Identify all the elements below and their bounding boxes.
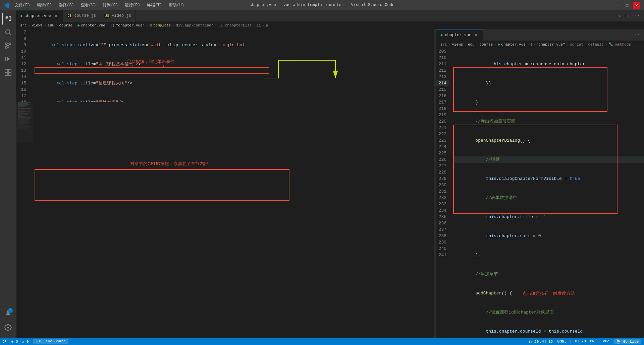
indent-size[interactable]: 空格: 4 <box>557 339 571 344</box>
editor-area: ◆ chapter.vue ✕ JS course.js JS video.js… <box>16 10 644 338</box>
bc-ul: ul.chanpterList <box>218 23 252 27</box>
live-share-label: 6 Live Share <box>39 339 65 343</box>
menu-view[interactable]: 查看(V) <box>78 2 99 9</box>
maximize-button[interactable]: ❐ <box>624 2 630 9</box>
menu-help[interactable]: 帮助(H) <box>166 2 187 9</box>
menu-file[interactable]: 文件(F) <box>12 2 33 9</box>
vue-icon-right: ◆ <box>440 32 443 38</box>
right-tab-bar: ◆ chapter.vue ✕ ··· <box>436 29 644 41</box>
line-numbers-right: 209210211212 213214 215216217218 2192202… <box>436 48 453 338</box>
svg-line-1 <box>9 33 11 35</box>
svg-rect-9 <box>5 73 8 75</box>
close-button[interactable]: ✕ <box>633 2 640 9</box>
cursor-position[interactable]: 行 20，列 16 <box>529 339 553 344</box>
tab-label-chapter: chapter.vue <box>24 14 51 18</box>
bc-curly: {} <box>110 23 115 27</box>
main-container: 3 ◆ chapter.vue ✕ JS course.js JS video.… <box>0 10 644 338</box>
live-share-button[interactable]: ↗ 6 Live Share <box>33 339 68 344</box>
left-code-area[interactable]: 78910 11121314 15161718 192021 22232425 … <box>16 29 434 102</box>
status-bar-right: 行 20，列 16 空格: 4 UTF-8 CRLF Vue 📡 Go Live <box>529 339 641 344</box>
tab-course-js[interactable]: JS course.js <box>63 10 100 22</box>
menu-run[interactable]: 运行(R) <box>122 2 143 9</box>
activity-avatar[interactable]: 3 <box>2 307 14 319</box>
bc-template: template <box>153 23 171 27</box>
menu-terminal[interactable]: 终端(T) <box>144 2 165 9</box>
activity-explorer[interactable] <box>2 13 14 25</box>
titlebar: 文件(F) 编辑(E) 选择(S) 查看(V) 转到(G) 运行(R) 终端(T… <box>0 0 644 10</box>
line-ending[interactable]: CRLF <box>590 339 599 343</box>
more-actions-icon[interactable]: ··· <box>630 12 641 19</box>
bc-chapter-vue: chapter.vue <box>81 23 105 27</box>
avatar-badge: 3 <box>8 308 13 313</box>
source-control-status[interactable] <box>3 339 7 343</box>
svg-rect-41 <box>16 102 33 142</box>
tab-label-right: chapter.vue <box>445 33 471 38</box>
svg-point-4 <box>5 47 7 49</box>
window-title: chapter.vue - vue-admin-template-master … <box>250 3 394 7</box>
tab-video-js[interactable]: JS video.js <box>100 10 136 22</box>
right-editor-panel: ◆ chapter.vue ✕ ··· src › views › edu › <box>436 29 644 338</box>
right-code-area[interactable]: 209210211212 213214 215216217218 2192202… <box>436 48 644 338</box>
menu-goto[interactable]: 转到(G) <box>100 2 121 9</box>
run-icon[interactable]: ▷ <box>616 12 622 19</box>
warning-count[interactable]: ⚠ 0 <box>22 339 29 344</box>
activity-bar: 3 <box>0 10 16 338</box>
line-numbers-left: 78910 11121314 15161718 192021 22232425 … <box>16 29 33 102</box>
tab-actions[interactable]: ▷ ⊟ ··· <box>616 12 644 19</box>
bc-vue-icon: ◆ <box>77 23 80 27</box>
code-content-right: this.chapter = response.data.chapter }) … <box>453 48 644 338</box>
vue-icon: ◆ <box>20 13 22 18</box>
js-icon-video: JS <box>104 14 110 18</box>
tab-close-chapter[interactable]: ✕ <box>53 13 58 19</box>
titlebar-left: 文件(F) 编辑(E) 选择(S) 查看(V) 转到(G) 运行(R) 终端(T… <box>4 2 187 9</box>
bc-template-icon: ⊞ <box>150 23 152 27</box>
tab-right-chapter[interactable]: ◆ chapter.vue ✕ <box>436 29 483 41</box>
svg-point-0 <box>6 30 10 34</box>
tab-label-video: video.js <box>112 13 131 18</box>
activity-settings[interactable] <box>2 322 14 334</box>
error-count[interactable]: ⊗ 0 <box>11 339 18 344</box>
bc-edu: edu <box>48 23 54 27</box>
svg-marker-5 <box>7 57 10 61</box>
vscode-icon <box>4 2 9 8</box>
left-editor-panel: 78910 11121314 15161718 192021 22232425 … <box>16 29 434 338</box>
svg-rect-7 <box>5 69 8 72</box>
svg-point-2 <box>5 43 7 45</box>
right-tab-actions[interactable]: ··· <box>630 31 644 38</box>
tab-label-course: course.js <box>74 13 96 18</box>
svg-rect-6 <box>5 57 6 61</box>
minimap-svg <box>16 102 33 336</box>
tab-chapter-vue[interactable]: ◆ chapter.vue ✕ <box>16 10 63 22</box>
right-more-icon[interactable]: ··· <box>630 31 641 38</box>
go-live-button[interactable]: 📡 Go Live <box>613 339 641 344</box>
breadcrumb-left: src › views › edu › course › ◆ chapter.v… <box>16 22 644 29</box>
activity-source-control[interactable] <box>2 40 14 52</box>
titlebar-menu[interactable]: 文件(F) 编辑(E) 选择(S) 查看(V) 转到(G) 运行(R) 终端(T… <box>12 2 187 9</box>
menu-select[interactable]: 选择(S) <box>56 2 77 9</box>
js-icon-course: JS <box>67 14 72 18</box>
split-editor-icon[interactable]: ⊟ <box>623 12 629 19</box>
encoding[interactable]: UTF-8 <box>575 339 586 343</box>
tab-bar-left: ◆ chapter.vue ✕ JS course.js JS video.js… <box>16 10 644 22</box>
tab-close-right[interactable]: ✕ <box>473 32 479 38</box>
bc-p: p <box>266 23 268 27</box>
activity-run-debug[interactable] <box>2 53 14 65</box>
status-bar-left: ⊗ 0 ⚠ 0 ↗ 6 Live Share <box>3 339 68 344</box>
editors-row: 78910 11121314 15161718 192021 22232425 … <box>16 29 644 338</box>
window-controls[interactable]: — ❐ ✕ <box>614 2 640 9</box>
svg-point-3 <box>9 43 11 45</box>
bc-views: views <box>32 23 43 27</box>
minimize-button[interactable]: — <box>614 2 621 9</box>
bc-chapter-vue2: "chapter.vue" <box>116 23 145 27</box>
svg-rect-10 <box>8 73 11 75</box>
bc-src: src <box>20 23 27 27</box>
activity-search[interactable] <box>2 26 14 38</box>
status-bar: ⊗ 0 ⚠ 0 ↗ 6 Live Share 行 20，列 16 空格: 4 U… <box>0 338 644 345</box>
activity-extensions[interactable] <box>2 66 14 78</box>
menu-edit[interactable]: 编辑(E) <box>34 2 55 9</box>
language-mode[interactable]: Vue <box>603 339 609 343</box>
bc-li: li <box>257 23 261 27</box>
bc-course: course <box>59 23 72 27</box>
svg-rect-8 <box>8 69 11 72</box>
minimap-left <box>16 102 33 338</box>
